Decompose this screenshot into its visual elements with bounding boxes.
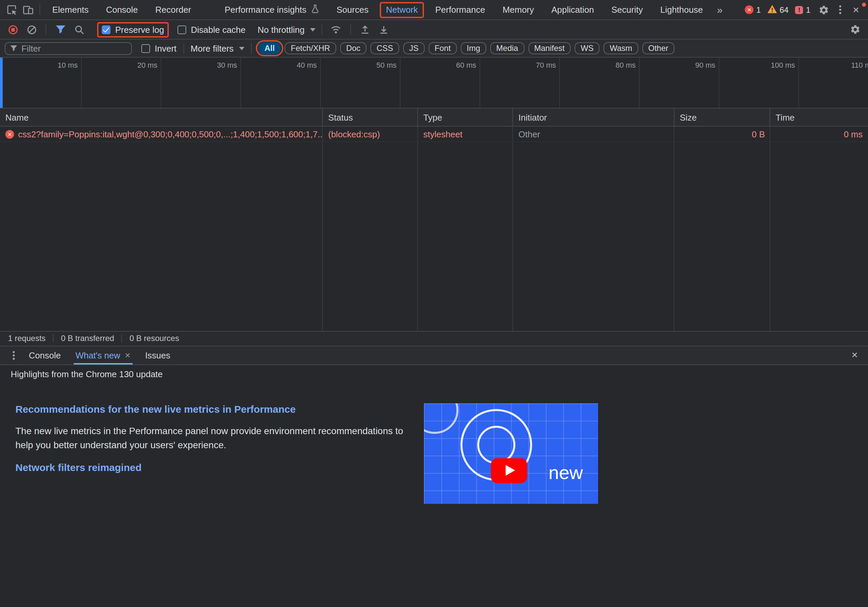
filter-chip-other[interactable]: Other <box>642 42 674 54</box>
column-divider <box>512 127 513 331</box>
request-type: stylesheet <box>418 127 513 141</box>
column-header-type[interactable]: Type <box>418 109 513 126</box>
tab-network[interactable]: Network <box>377 0 426 19</box>
more-tabs-chevron-icon[interactable]: » <box>711 0 728 19</box>
tick-label: 40 ms <box>270 61 317 69</box>
tab-performance-insights[interactable]: Performance insights <box>216 0 328 19</box>
request-error-icon: × <box>5 130 14 138</box>
drawer-tab-issues[interactable]: Issues <box>138 346 177 364</box>
network-toolbar: Preserve log Disable cache No throttling <box>0 20 868 40</box>
close-drawer-icon[interactable]: × <box>846 347 863 363</box>
gridline <box>798 57 799 108</box>
filter-toggle-icon[interactable] <box>52 22 68 37</box>
column-header-name[interactable]: Name <box>0 109 323 126</box>
console-errors-badge[interactable]: × 1 <box>745 5 761 14</box>
close-devtools-icon[interactable]: × <box>848 2 864 18</box>
request-size: 0 B <box>674 127 770 141</box>
tick-label: 50 ms <box>350 61 397 69</box>
network-filter-bar: Filter Invert More filters All Fetch/XHR… <box>0 40 868 57</box>
tab-elements[interactable]: Elements <box>43 0 97 19</box>
tab-console[interactable]: Console <box>97 0 146 19</box>
filter-chip-doc[interactable]: Doc <box>340 42 367 54</box>
filter-chip-wasm[interactable]: Wasm <box>604 42 638 54</box>
throttling-select[interactable]: No throttling <box>257 25 315 34</box>
tab-recorder[interactable]: Recorder <box>147 0 200 19</box>
error-icon: × <box>745 5 754 14</box>
tick-label: 90 ms <box>668 61 715 69</box>
tab-memory[interactable]: Memory <box>494 0 543 19</box>
notification-dot <box>862 3 866 7</box>
filter-chip-css[interactable]: CSS <box>370 42 399 54</box>
issues-icon: ! <box>795 6 803 14</box>
checkbox-checked <box>102 25 110 34</box>
kebab-menu-icon[interactable] <box>832 2 848 18</box>
preserve-log-checkbox[interactable]: Preserve log <box>102 25 164 34</box>
gridline <box>479 57 480 108</box>
column-divider <box>417 127 418 331</box>
chevron-down-icon <box>239 47 245 50</box>
clear-network-log-icon[interactable] <box>23 22 40 37</box>
column-header-status[interactable]: Status <box>323 109 418 126</box>
drawer-kebab-icon[interactable] <box>5 347 22 363</box>
table-row[interactable]: × css2?family=Poppins:ital,wght@0,300;0,… <box>0 127 868 142</box>
invert-checkbox[interactable]: Invert <box>141 43 177 53</box>
tab-sources[interactable]: Sources <box>328 0 377 19</box>
filter-chip-all[interactable]: All <box>259 42 281 54</box>
tick-label: 70 ms <box>509 61 556 69</box>
divider <box>45 25 46 34</box>
drawer-tabbar: Console What's new × Issues × <box>0 346 868 365</box>
request-table-body: × css2?family=Poppins:ital,wght@0,300;0,… <box>0 127 868 331</box>
tabbar-right: × 1 64 ! 1 × <box>738 2 864 18</box>
column-divider <box>322 127 323 331</box>
column-divider <box>674 127 674 331</box>
whats-new-content: Recommendations for the new live metrics… <box>0 383 868 607</box>
tab-lighthouse[interactable]: Lighthouse <box>652 0 711 19</box>
network-conditions-icon[interactable] <box>328 22 344 37</box>
divider <box>321 25 322 34</box>
filter-chip-media[interactable]: Media <box>490 42 524 54</box>
settings-gear-icon[interactable] <box>816 2 832 18</box>
search-icon[interactable] <box>71 22 87 37</box>
tab-application[interactable]: Application <box>543 0 603 19</box>
filter-chip-font[interactable]: Font <box>429 42 457 54</box>
import-har-icon[interactable] <box>356 22 373 37</box>
console-warnings-badge[interactable]: 64 <box>767 5 789 15</box>
gridline <box>81 57 82 108</box>
gridline <box>240 57 241 108</box>
column-header-initiator[interactable]: Initiator <box>513 109 674 126</box>
filter-chip-manifest[interactable]: Manifest <box>528 42 570 54</box>
network-settings-gear-icon[interactable] <box>847 22 863 37</box>
filter-chip-ws[interactable]: WS <box>575 42 600 54</box>
divider <box>251 43 252 53</box>
tick-label: 30 ms <box>190 61 237 69</box>
close-whats-new-tab-icon[interactable]: × <box>125 350 130 360</box>
filter-chip-fetch-xhr[interactable]: Fetch/XHR <box>285 42 336 54</box>
gridline <box>320 57 321 108</box>
youtube-play-icon[interactable] <box>491 458 527 483</box>
filter-input[interactable]: Filter <box>5 42 132 54</box>
tick-label: 20 ms <box>110 61 157 69</box>
more-filters-dropdown[interactable]: More filters <box>191 43 245 53</box>
gridline <box>400 57 400 108</box>
transferred-size: 0 B transferred <box>61 334 114 343</box>
drawer-tab-whats-new[interactable]: What's new × <box>68 346 138 364</box>
device-toolbar-icon[interactable] <box>20 2 36 18</box>
drawer-tab-console[interactable]: Console <box>22 346 68 364</box>
column-header-size[interactable]: Size <box>674 109 770 126</box>
column-header-time[interactable]: Time <box>770 109 868 126</box>
filter-chip-img[interactable]: Img <box>461 42 486 54</box>
timeline-selection-edge <box>0 57 3 108</box>
filter-chip-js[interactable]: JS <box>403 42 425 54</box>
export-har-icon[interactable] <box>375 22 392 37</box>
video-thumbnail[interactable]: new <box>424 403 598 503</box>
inspect-icon[interactable] <box>4 2 20 18</box>
issues-badge[interactable]: ! 1 <box>795 5 811 14</box>
tick-label: 60 ms <box>429 61 476 69</box>
tick-label: 80 ms <box>589 61 636 69</box>
record-network-log-button[interactable] <box>5 22 21 37</box>
disable-cache-checkbox[interactable]: Disable cache <box>177 25 245 34</box>
tab-security[interactable]: Security <box>603 0 652 19</box>
tab-performance[interactable]: Performance <box>427 0 494 19</box>
timeline-overview[interactable]: 10 ms 20 ms 30 ms 40 ms 50 ms 60 ms 70 m… <box>0 57 868 109</box>
column-divider <box>770 127 770 331</box>
